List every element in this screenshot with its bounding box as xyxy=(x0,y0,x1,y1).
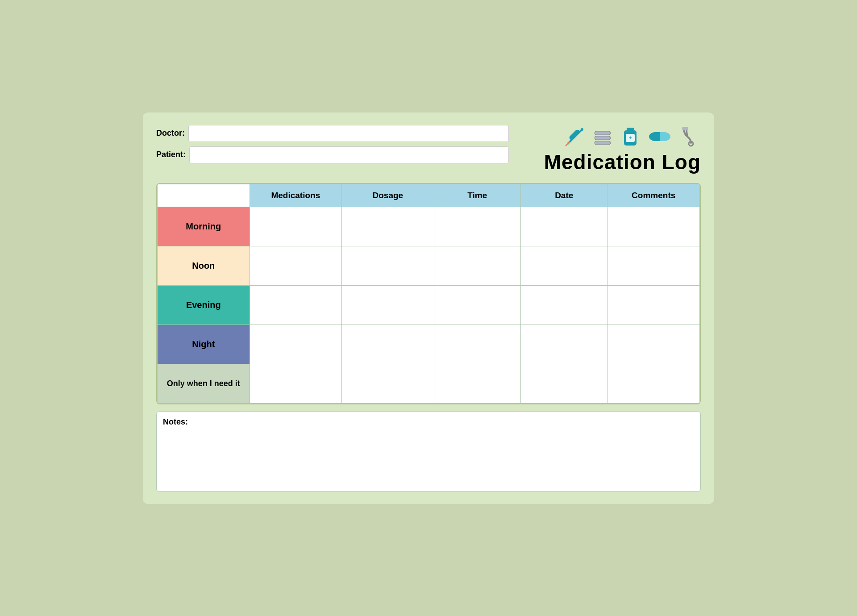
notes-textarea[interactable] xyxy=(163,430,694,484)
morning-comments-cell[interactable] xyxy=(607,207,700,246)
as-needed-dosage-cell[interactable] xyxy=(342,364,434,403)
syringe-icon xyxy=(563,125,587,148)
noon-dosage-cell[interactable] xyxy=(342,246,434,285)
svg-rect-4 xyxy=(595,131,611,135)
as-needed-date-cell[interactable] xyxy=(521,364,607,403)
header: Doctor: Patient: xyxy=(156,125,701,174)
table-row-noon: Noon xyxy=(158,246,700,285)
header-date: Date xyxy=(521,184,607,207)
svg-rect-6 xyxy=(595,141,611,145)
svg-text:+: + xyxy=(628,135,632,141)
header-right: + xyxy=(522,125,701,174)
pills-icon xyxy=(591,125,614,148)
morning-time-cell[interactable] xyxy=(434,207,520,246)
svg-rect-7 xyxy=(627,128,634,130)
noon-medications-cell[interactable] xyxy=(250,246,342,285)
table-row-morning: Morning xyxy=(158,207,700,246)
icons-row: + xyxy=(563,125,701,148)
evening-time-cell[interactable] xyxy=(434,285,520,325)
patient-label: Patient: xyxy=(156,150,186,159)
morning-label: Morning xyxy=(158,207,250,246)
page-title: Medication Log xyxy=(544,150,701,174)
page-container: Doctor: Patient: xyxy=(143,112,714,504)
stethoscope-icon xyxy=(678,125,701,148)
night-date-cell[interactable] xyxy=(521,325,607,364)
night-medications-cell[interactable] xyxy=(250,325,342,364)
header-dosage: Dosage xyxy=(342,184,434,207)
header-time: Time xyxy=(434,184,520,207)
capsule-icon xyxy=(646,125,673,148)
svg-rect-1 xyxy=(569,129,581,141)
patient-row: Patient: xyxy=(156,146,509,163)
evening-label: Evening xyxy=(158,285,250,325)
table-row-evening: Evening xyxy=(158,285,700,325)
night-comments-cell[interactable] xyxy=(607,325,700,364)
notes-section: Notes: xyxy=(156,412,701,491)
noon-date-cell[interactable] xyxy=(521,246,607,285)
medicine-bottle-icon: + xyxy=(619,125,642,148)
as-needed-time-cell[interactable] xyxy=(434,364,520,403)
morning-dosage-cell[interactable] xyxy=(342,207,434,246)
as-needed-label: Only when I need it xyxy=(158,364,250,403)
noon-comments-cell[interactable] xyxy=(607,246,700,285)
doctor-input[interactable] xyxy=(188,125,509,142)
svg-rect-5 xyxy=(595,136,611,140)
evening-date-cell[interactable] xyxy=(521,285,607,325)
header-medications: Medications xyxy=(250,184,342,207)
night-time-cell[interactable] xyxy=(434,325,520,364)
night-label: Night xyxy=(158,325,250,364)
form-fields: Doctor: Patient: xyxy=(156,125,509,163)
svg-point-3 xyxy=(581,128,583,131)
svg-point-17 xyxy=(685,127,688,130)
evening-comments-cell[interactable] xyxy=(607,285,700,325)
table-header-row: Medications Dosage Time Date Comments xyxy=(158,184,700,207)
doctor-label: Doctor: xyxy=(156,129,185,138)
as-needed-comments-cell[interactable] xyxy=(607,364,700,403)
patient-input[interactable] xyxy=(189,146,509,163)
medication-table-wrapper: Medications Dosage Time Date Comments Mo… xyxy=(156,183,701,404)
night-dosage-cell[interactable] xyxy=(342,325,434,364)
medication-table: Medications Dosage Time Date Comments Mo… xyxy=(157,184,700,404)
header-empty-cell xyxy=(158,184,250,207)
table-row-as-needed: Only when I need it xyxy=(158,364,700,403)
doctor-row: Doctor: xyxy=(156,125,509,142)
evening-dosage-cell[interactable] xyxy=(342,285,434,325)
noon-label: Noon xyxy=(158,246,250,285)
as-needed-medications-cell[interactable] xyxy=(250,364,342,403)
notes-label: Notes: xyxy=(163,417,694,427)
morning-medications-cell[interactable] xyxy=(250,207,342,246)
table-row-night: Night xyxy=(158,325,700,364)
noon-time-cell[interactable] xyxy=(434,246,520,285)
evening-medications-cell[interactable] xyxy=(250,285,342,325)
morning-date-cell[interactable] xyxy=(521,207,607,246)
header-comments: Comments xyxy=(607,184,700,207)
